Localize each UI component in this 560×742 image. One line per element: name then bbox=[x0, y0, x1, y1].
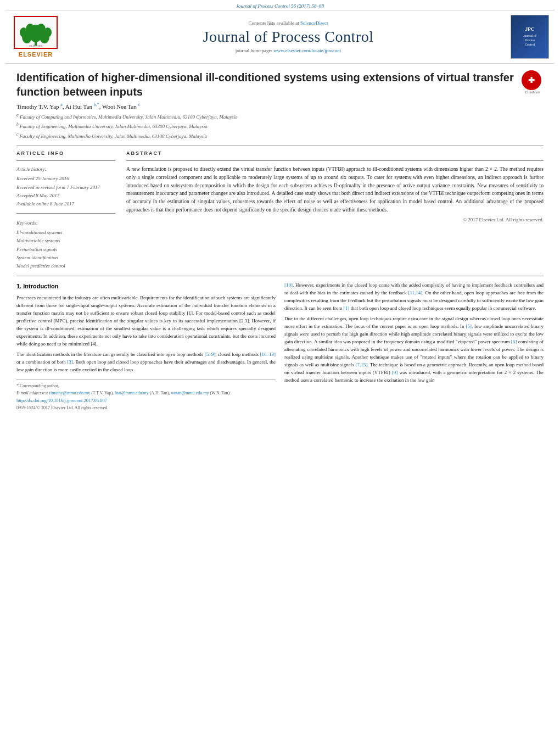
journal-cover-icon: JPC Journal of Process Control bbox=[511, 15, 549, 59]
email-tan[interactable]: htai@mmu.edu.my bbox=[115, 390, 149, 395]
history-received: Received 25 January 2016 bbox=[16, 175, 115, 183]
ref-5b[interactable]: [5] bbox=[466, 323, 472, 329]
divider-1 bbox=[16, 146, 544, 146]
info-divider-2 bbox=[16, 213, 115, 214]
history-heading: Article history: bbox=[16, 165, 115, 174]
corresponding-author-note: * Corresponding author. bbox=[16, 383, 276, 389]
keyword-4: System identification bbox=[16, 254, 115, 262]
ref-10-13[interactable]: [10–13] bbox=[260, 352, 276, 357]
info-divider bbox=[16, 160, 115, 161]
ref-1b[interactable]: [1] bbox=[344, 305, 350, 311]
article-title: Identification of higher-dimensional ill… bbox=[16, 70, 516, 99]
body-section: 1. Introduction Processes encountered in… bbox=[16, 282, 544, 411]
history-revised: Received in revised form 7 February 2017 bbox=[16, 183, 115, 192]
history-accepted: Accepted 8 May 2017 bbox=[16, 192, 115, 200]
elsevier-logo: ELSEVIER ELSEVIER bbox=[11, 16, 60, 58]
email-yap[interactable]: timothy@mmu.edu.my bbox=[49, 390, 90, 395]
journal-title-area: Contents lists available at ScienceDirec… bbox=[66, 20, 511, 53]
abstract-paragraph: A new formulation is proposed to directl… bbox=[126, 165, 544, 214]
crossmark-icon: ✚ bbox=[522, 70, 541, 90]
email-wntan[interactable]: wntan@mmu.edu.my bbox=[171, 390, 209, 395]
article-history: Article history: Received 25 January 201… bbox=[16, 165, 115, 208]
ref-10[interactable]: [10] bbox=[284, 282, 293, 288]
article-title-section: Identification of higher-dimensional ill… bbox=[16, 70, 544, 99]
ref-7-15[interactable]: [7,15] bbox=[355, 362, 367, 367]
crossmark-badge[interactable]: ✚ CrossMark bbox=[522, 70, 544, 92]
body-col-left: 1. Introduction Processes encountered in… bbox=[16, 282, 276, 411]
abstract-divider bbox=[126, 160, 544, 161]
ref-9[interactable]: [9] bbox=[392, 370, 398, 375]
homepage-line: journal homepage: www.elsevier.com/locat… bbox=[66, 48, 511, 53]
elsevier-tree-logo: ELSEVIER bbox=[14, 16, 58, 49]
abstract-text: A new formulation is proposed to directl… bbox=[126, 165, 544, 214]
crossmark-label: CrossMark bbox=[522, 91, 544, 94]
author-3: Wooi Nee Tan c bbox=[102, 103, 140, 110]
intro-heading: 1. Introduction bbox=[16, 282, 276, 291]
authors-line: Timothy T.V. Yap a, Ai Hui Tan b,*, Wooi… bbox=[16, 102, 544, 110]
journal-title: Journal of Process Control bbox=[66, 28, 511, 46]
article-container: Identification of higher-dimensional ill… bbox=[16, 70, 544, 412]
keyword-1: Ill-conditioned systems bbox=[16, 228, 115, 237]
doi-line[interactable]: http://dx.doi.org/10.1016/j.jprocont.201… bbox=[16, 397, 276, 404]
affiliations: a Faculty of Computing and Informatics, … bbox=[16, 112, 544, 141]
article-info-heading: ARTICLE INFO bbox=[16, 150, 115, 156]
homepage-link[interactable]: www.elsevier.com/locate/jprocont bbox=[273, 48, 341, 53]
body-col-right: [10]. However, experiments in the closed… bbox=[284, 282, 544, 411]
intro-para-4: Due to the different challenges, open lo… bbox=[284, 315, 544, 384]
elsevier-wordmark: ELSEVIER bbox=[19, 51, 53, 58]
svg-point-7 bbox=[37, 24, 46, 35]
article-info-column: ARTICLE INFO Article history: Received 2… bbox=[16, 150, 115, 270]
keywords-heading: Keywords: bbox=[16, 219, 115, 227]
author-2: Ai Hui Tan b,* bbox=[65, 103, 99, 110]
full-divider bbox=[16, 276, 544, 276]
journal-citation: Journal of Process Control 56 (2017) 58–… bbox=[0, 0, 560, 10]
abstract-column: ABSTRACT A new formulation is proposed t… bbox=[126, 150, 544, 270]
author-1: Timothy T.V. Yap a bbox=[16, 103, 63, 110]
issn-line: 0959-1524/© 2017 Elsevier Ltd. All right… bbox=[16, 405, 276, 411]
ref-3[interactable]: [3] bbox=[67, 359, 73, 365]
doi-link[interactable]: http://dx.doi.org/10.1016/j.jprocont.201… bbox=[16, 398, 107, 403]
svg-point-6 bbox=[26, 24, 35, 35]
keywords-section: Keywords: Ill-conditioned systems Multiv… bbox=[16, 219, 115, 271]
history-online: Available online 8 June 2017 bbox=[16, 200, 115, 208]
article-info-abstract-section: ARTICLE INFO Article history: Received 2… bbox=[16, 150, 544, 270]
ref-11-14[interactable]: [11,14] bbox=[408, 290, 422, 295]
keyword-2: Multivariable systems bbox=[16, 237, 115, 245]
tree-svg: ELSEVIER bbox=[15, 17, 57, 48]
article-title-text: Identification of higher-dimensional ill… bbox=[16, 70, 516, 99]
citation-text: Journal of Process Control 56 (2017) 58–… bbox=[236, 3, 324, 9]
journal-header: ELSEVIER ELSEVIER Contents lists availab… bbox=[5, 10, 555, 64]
keyword-3: Perturbation signals bbox=[16, 246, 115, 254]
intro-para-3: [10]. However, experiments in the closed… bbox=[284, 282, 544, 313]
intro-para-1: Processes encountered in the industry ar… bbox=[16, 294, 276, 348]
copyright-line: © 2017 Elsevier Ltd. All rights reserved… bbox=[126, 217, 544, 222]
email-line: E-mail addresses: timothy@mmu.edu.my (T.… bbox=[16, 390, 276, 397]
keyword-5: Model predictive control bbox=[16, 262, 115, 270]
ref-5-9[interactable]: [5–9] bbox=[205, 352, 216, 357]
keywords-list: Ill-conditioned systems Multivariable sy… bbox=[16, 228, 115, 270]
affiliation-c: c Faculty of Engineering, Multimedia Uni… bbox=[16, 131, 544, 141]
affiliation-a: a Faculty of Computing and Informatics, … bbox=[16, 112, 544, 121]
svg-text:ELSEVIER: ELSEVIER bbox=[29, 44, 42, 47]
footnotes-section: * Corresponding author. E-mail addresses… bbox=[16, 380, 276, 411]
affiliation-b: b Faculty of Engineering, Multimedia Uni… bbox=[16, 121, 544, 131]
intro-para-2: The identification methods in the litera… bbox=[16, 351, 276, 374]
sciencedirect-link[interactable]: ScienceDirect bbox=[300, 20, 328, 26]
contents-available-line: Contents lists available at ScienceDirec… bbox=[66, 20, 511, 26]
ref-6[interactable]: [6] bbox=[511, 339, 517, 344]
abstract-heading: ABSTRACT bbox=[126, 150, 544, 156]
